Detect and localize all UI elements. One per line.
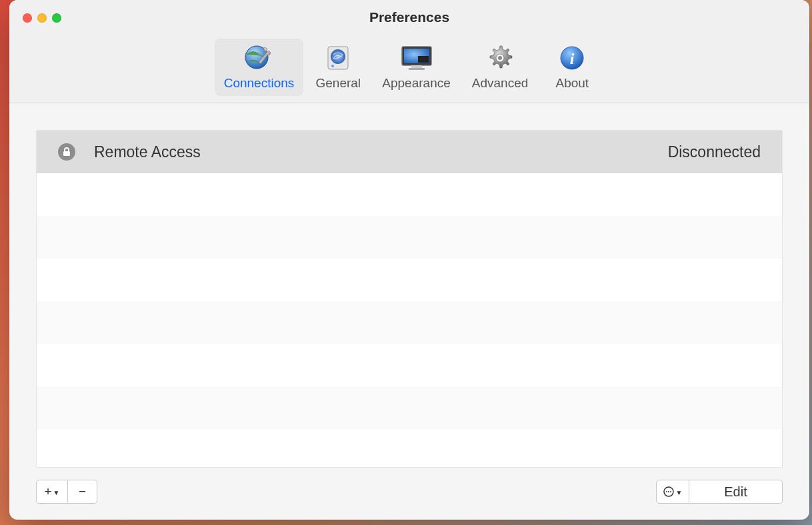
svg-rect-13 [63,151,70,156]
svg-point-15 [666,491,667,492]
list-row[interactable] [37,301,782,344]
svg-rect-8 [409,68,425,70]
globe-tool-icon [242,43,277,73]
svg-rect-6 [418,56,429,63]
footer-bar: + ▼ − ▼ Edit [9,468,809,520]
chevron-down-icon: ▼ [53,489,60,496]
svg-text:i: i [570,50,575,67]
zoom-button[interactable] [52,13,61,23]
tab-advanced[interactable]: Advanced [463,39,538,96]
preferences-window: Preferences [9,0,809,520]
chevron-down-icon: ▼ [676,489,683,496]
list-row[interactable] [37,259,782,301]
monitor-icon [399,43,434,73]
list-row[interactable] [37,386,782,429]
preferences-toolbar: Connections General [9,35,809,103]
svg-point-3 [331,65,334,67]
plus-icon: + [44,484,51,499]
list-row[interactable] [37,173,782,216]
window-title: Preferences [9,9,809,25]
edit-label: Edit [724,484,747,500]
connection-row[interactable]: Remote Access Disconnected [37,131,782,173]
tab-general[interactable]: General [306,39,370,96]
tab-appearance[interactable]: Appearance [373,39,459,96]
gear-icon [483,43,517,73]
titlebar: Preferences [9,0,809,35]
ellipsis-circle-icon [663,486,674,497]
remove-button[interactable]: − [68,480,97,504]
minus-icon: − [79,484,86,499]
connection-status: Disconnected [668,143,761,161]
minimize-button[interactable] [37,13,47,23]
svg-point-17 [670,491,671,492]
tab-label: About [555,76,589,91]
list-row[interactable] [37,344,782,386]
hdd-swirl-icon [321,43,355,73]
svg-point-16 [668,491,669,492]
tab-label: General [316,76,361,91]
svg-point-10 [498,56,502,60]
svg-point-2 [331,49,345,64]
list-row[interactable] [37,216,782,259]
add-button[interactable]: + ▼ [36,480,68,504]
traffic-lights [23,13,61,23]
empty-rows [37,173,782,429]
actions-button[interactable]: ▼ [656,480,689,504]
close-button[interactable] [23,13,32,23]
lock-icon [58,143,75,161]
tab-label: Appearance [382,76,450,91]
tab-label: Advanced [472,76,529,91]
content-area: Remote Access Disconnected [9,103,809,468]
actions-edit-group: ▼ Edit [656,480,783,504]
tab-connections[interactable]: Connections [215,39,304,96]
connections-list: Remote Access Disconnected [36,130,783,468]
tab-about[interactable]: i About [540,39,604,96]
info-icon: i [555,43,589,73]
add-remove-group: + ▼ − [36,480,97,504]
tab-label: Connections [224,76,295,91]
edit-button[interactable]: Edit [689,480,783,504]
connection-name: Remote Access [94,143,668,161]
svg-rect-7 [411,65,422,68]
